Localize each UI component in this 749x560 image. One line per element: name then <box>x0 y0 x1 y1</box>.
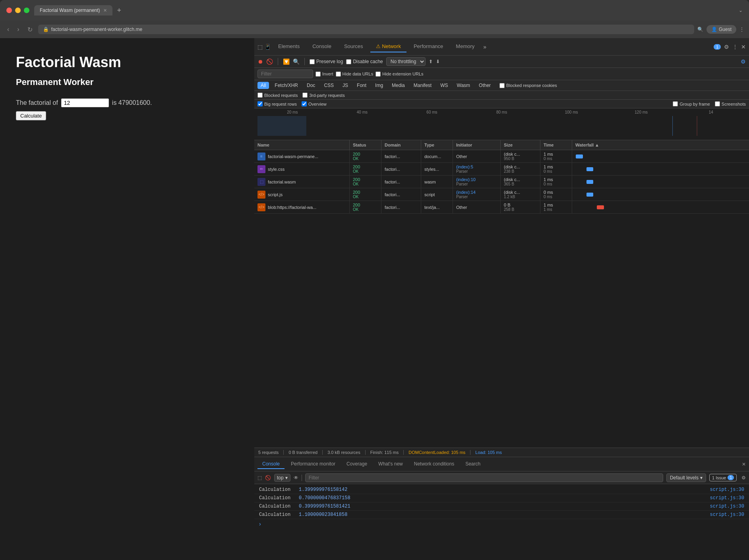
tab-console[interactable]: Console <box>307 41 337 52</box>
hide-data-urls-label[interactable]: Hide data URLs <box>336 71 374 77</box>
filter-ws-btn[interactable]: WS <box>437 82 451 89</box>
screenshots-checkbox[interactable] <box>715 101 720 106</box>
filter-other-btn[interactable]: Other <box>476 82 494 89</box>
search-icon[interactable]: 🔍 <box>293 58 300 65</box>
tab-network[interactable]: ⚠ Network <box>370 41 406 52</box>
col-waterfall[interactable]: Waterfall ▲ <box>572 140 749 150</box>
filter-doc-btn[interactable]: Doc <box>304 82 318 89</box>
console-tab-network-conditions[interactable]: Network conditions <box>409 460 459 469</box>
third-party-requests-label[interactable]: 3rd-party requests <box>302 93 345 98</box>
context-selector[interactable]: top ▾ <box>274 474 290 482</box>
log-source-3[interactable]: script.js:30 <box>710 504 744 509</box>
filter-img-btn[interactable]: Img <box>372 82 386 89</box>
more-options-icon[interactable]: ⋮ <box>732 44 738 50</box>
group-by-frame-label[interactable]: Group by frame <box>673 101 710 106</box>
filter-all-btn[interactable]: All <box>257 82 269 89</box>
filter-icon[interactable]: 🔽 <box>283 58 290 65</box>
console-tab-performance-monitor[interactable]: Performance monitor <box>286 460 340 469</box>
close-devtools-icon[interactable]: ✕ <box>741 44 746 50</box>
filter-fetch-xhr-btn[interactable]: Fetch/XHR <box>271 82 301 89</box>
table-row[interactable]: </> blob:https://factorial-wa... 200 OK … <box>254 201 749 214</box>
disable-cache-label[interactable]: Disable cache <box>346 59 383 64</box>
preserve-log-label[interactable]: Preserve log <box>310 59 343 64</box>
hide-extension-urls-checkbox[interactable] <box>375 71 381 77</box>
col-initiator[interactable]: Initiator <box>453 140 501 150</box>
blocked-requests-label[interactable]: Blocked requests <box>257 93 298 98</box>
filter-js-btn[interactable]: JS <box>339 82 351 89</box>
import-icon[interactable]: ⬆ <box>429 59 433 64</box>
clear-icon[interactable]: 🚫 <box>266 58 273 65</box>
record-icon[interactable]: ⏺ <box>257 58 263 65</box>
console-sidebar-icon[interactable]: ⬚ <box>257 475 262 481</box>
blocked-response-cookies-label[interactable]: Blocked response cookies <box>499 83 557 88</box>
console-prompt[interactable]: › <box>254 519 749 529</box>
filter-manifest-btn[interactable]: Manifest <box>410 82 435 89</box>
console-filter-input[interactable] <box>305 473 663 482</box>
preserve-log-checkbox[interactable] <box>310 59 315 64</box>
zoom-icon[interactable]: 🔍 <box>697 27 703 32</box>
blocked-requests-checkbox[interactable] <box>257 93 263 98</box>
filter-font-btn[interactable]: Font <box>354 82 370 89</box>
screenshots-label[interactable]: Screenshots <box>715 101 746 106</box>
log-source-2[interactable]: script.js:30 <box>710 495 744 501</box>
reload-button[interactable]: ↻ <box>25 24 35 35</box>
eye-icon[interactable]: 👁 <box>294 475 298 481</box>
new-tab-button[interactable]: + <box>114 6 125 15</box>
col-time[interactable]: Time <box>540 140 572 150</box>
back-button[interactable]: ‹ <box>5 24 12 35</box>
log-source-4[interactable]: script.js:30 <box>710 512 744 518</box>
table-row[interactable]: ✏ style.css 200 OK factori... style <box>254 163 749 176</box>
console-tab-search[interactable]: Search <box>461 460 485 469</box>
calculate-button[interactable]: Calculate <box>16 111 46 120</box>
invert-label[interactable]: Invert <box>315 71 333 77</box>
big-request-rows-checkbox[interactable] <box>257 101 263 106</box>
browser-tab[interactable]: Factorial Wasm (permanent) ✕ <box>34 5 112 15</box>
console-settings-icon[interactable]: ⚙ <box>741 475 746 481</box>
issues-count-badge[interactable]: 1 Issue 1 <box>709 474 737 481</box>
invert-checkbox[interactable] <box>315 71 321 77</box>
tab-list-icon[interactable]: ⌄ <box>739 8 743 13</box>
devtools-settings-icon[interactable]: ⚙ <box>741 58 746 65</box>
issues-badge[interactable]: 1 <box>714 44 721 50</box>
address-bar[interactable]: 🔒 factorial-wasm-permanent-worker.glitch… <box>38 25 694 34</box>
minimize-button[interactable] <box>15 8 21 13</box>
guest-button[interactable]: 👤 Guest <box>706 25 736 34</box>
blocked-response-cookies-checkbox[interactable] <box>499 83 505 88</box>
table-row[interactable]: ≡ factorial-wasm-permane... 200 OK facto… <box>254 150 749 163</box>
tab-sources[interactable]: Sources <box>339 41 369 52</box>
col-status[interactable]: Status <box>350 140 381 150</box>
table-row[interactable]: ⬚ factorial.wasm 200 OK factori... <box>254 176 749 188</box>
throttle-select[interactable]: No throttling <box>386 57 426 66</box>
filter-css-btn[interactable]: CSS <box>321 82 337 89</box>
third-party-requests-checkbox[interactable] <box>302 93 308 98</box>
device-icon[interactable]: 📱 <box>264 44 271 50</box>
console-close-icon[interactable]: ✕ <box>742 462 746 467</box>
hide-data-urls-checkbox[interactable] <box>336 71 341 77</box>
close-button[interactable] <box>6 8 12 13</box>
tab-performance[interactable]: Performance <box>408 41 449 52</box>
filter-input[interactable] <box>257 70 313 78</box>
overview-label[interactable]: Overview <box>302 101 327 106</box>
hide-extension-urls-label[interactable]: Hide extension URLs <box>375 71 423 77</box>
fullscreen-button[interactable] <box>24 8 29 13</box>
inspect-icon[interactable]: ⬚ <box>257 44 263 50</box>
col-size[interactable]: Size <box>501 140 540 150</box>
factorial-input[interactable] <box>61 98 109 107</box>
big-request-rows-label[interactable]: Big request rows <box>257 101 297 106</box>
console-tab-coverage[interactable]: Coverage <box>342 460 372 469</box>
tab-elements[interactable]: Elements <box>273 41 305 52</box>
filter-media-btn[interactable]: Media <box>389 82 408 89</box>
tab-memory[interactable]: Memory <box>450 41 480 52</box>
menu-icon[interactable]: ⋮ <box>739 27 744 32</box>
settings-icon[interactable]: ⚙ <box>724 44 729 50</box>
console-tab-console[interactable]: Console <box>257 460 285 469</box>
more-tabs-icon[interactable]: » <box>483 44 486 50</box>
console-tab-whats-new[interactable]: What's new <box>374 460 408 469</box>
disable-cache-checkbox[interactable] <box>346 59 351 64</box>
col-name[interactable]: Name <box>254 140 350 150</box>
filter-wasm-btn[interactable]: Wasm <box>454 82 474 89</box>
group-by-frame-checkbox[interactable] <box>673 101 678 106</box>
export-icon[interactable]: ⬇ <box>436 59 440 64</box>
col-type[interactable]: Type <box>421 140 453 150</box>
tab-close-icon[interactable]: ✕ <box>103 8 107 13</box>
